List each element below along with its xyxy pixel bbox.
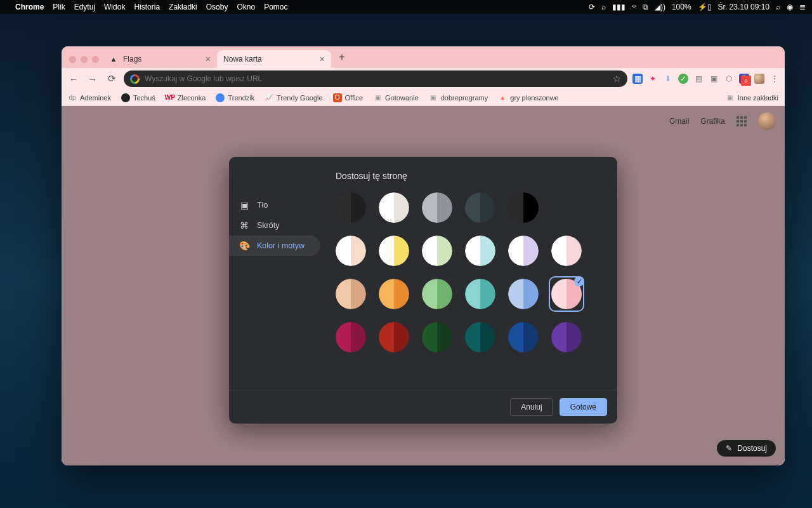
bookmark-item[interactable]: Techuś	[121, 93, 155, 102]
list-icon[interactable]: ≣	[799, 3, 806, 11]
done-button[interactable]: Gotowe	[560, 398, 607, 416]
ntp-viewport: Gmail Grafika ✎ Dostosuj ▣ Tło ⌘ Skróty	[62, 106, 785, 465]
new-tab-button[interactable]: +	[334, 49, 350, 65]
color-swatch[interactable]	[379, 322, 409, 352]
color-swatch[interactable]	[508, 192, 539, 223]
tab-strip: ▲ Flags × Nowa karta × +	[62, 46, 785, 68]
battery-charge-icon: ⚡▯	[698, 3, 712, 11]
color-swatch[interactable]	[508, 322, 539, 352]
color-swatch[interactable]	[508, 279, 539, 309]
ntp-links: Gmail Grafika	[669, 112, 776, 130]
menu-historia[interactable]: Historia	[134, 3, 160, 11]
palette-icon: 🎨	[239, 241, 249, 251]
google-icon	[130, 74, 140, 84]
pencil-icon: ✎	[726, 444, 732, 453]
menu-pomoc[interactable]: Pomoc	[264, 3, 287, 11]
color-swatch[interactable]	[422, 236, 452, 266]
color-swatch[interactable]	[465, 192, 495, 223]
color-swatch[interactable]	[379, 279, 409, 309]
color-swatch[interactable]	[379, 236, 409, 266]
datetime[interactable]: Śr. 23.10 09:10	[718, 3, 769, 11]
color-swatch[interactable]	[336, 236, 366, 266]
bookmark-item[interactable]: 📈Trendy Google	[265, 93, 322, 102]
ext-icon[interactable]: ✦	[648, 74, 658, 84]
color-swatch[interactable]	[465, 322, 495, 352]
bookmark-star-icon[interactable]: ☆	[613, 74, 621, 84]
color-swatch[interactable]: ✓	[551, 279, 582, 309]
chrome-menu-button[interactable]: ⋮	[769, 74, 780, 84]
color-swatch[interactable]	[336, 192, 366, 223]
gmail-link[interactable]: Gmail	[669, 117, 689, 126]
battery-icon[interactable]: ▮▮▮	[612, 3, 625, 11]
macos-menubar: Chrome Plik Edytuj Widok Historia Zakład…	[0, 0, 812, 14]
menu-okno[interactable]: Okno	[237, 3, 255, 11]
volume-icon[interactable]: ◢))	[655, 3, 665, 11]
color-swatch[interactable]	[379, 192, 409, 223]
bookmark-item[interactable]: ▣Gotowanie	[373, 93, 419, 102]
bookmark-item[interactable]: Trendzik	[216, 93, 254, 102]
ext-icon[interactable]: ▤	[693, 74, 704, 84]
color-swatch[interactable]	[551, 322, 582, 352]
app-name[interactable]: Chrome	[15, 3, 44, 11]
dialog-sidebar: ▣ Tło ⌘ Skróty 🎨 Kolor i motyw	[229, 157, 324, 390]
sync-icon[interactable]: ⟳	[589, 3, 595, 11]
bookmark-item[interactable]: OOffice	[333, 93, 363, 102]
ext-icon[interactable]: ▣	[709, 74, 719, 84]
menu-zakladki[interactable]: Zakładki	[169, 3, 197, 11]
address-input[interactable]	[145, 74, 608, 83]
forward-button[interactable]: →	[86, 72, 100, 86]
profile-avatar[interactable]	[754, 74, 764, 84]
battery-text: 100%	[672, 3, 691, 11]
tab-newtab[interactable]: Nowa karta ×	[217, 50, 331, 68]
sidebar-item-background[interactable]: ▣ Tło	[229, 195, 320, 215]
tab-label: Nowa karta	[223, 55, 262, 64]
close-icon[interactable]: ×	[206, 54, 211, 64]
ext-icon[interactable]: ⬇	[663, 74, 673, 84]
back-button[interactable]: ←	[67, 72, 81, 86]
account-avatar[interactable]	[758, 112, 776, 130]
color-swatch[interactable]	[336, 322, 366, 352]
customize-button[interactable]: ✎ Dostosuj	[717, 440, 776, 457]
color-swatch[interactable]	[465, 279, 495, 309]
color-swatch[interactable]	[551, 236, 582, 266]
ext-icon[interactable]: 🔒0	[739, 74, 749, 84]
chrome-window: ▲ Flags × Nowa karta × + ← → ⟳ ☆ ▦ ✦ ⬇ ✓…	[62, 46, 785, 465]
bookmark-item[interactable]: dpAdeminek	[68, 93, 111, 102]
dialog-title: Dostosuj tę stronę	[336, 171, 598, 181]
color-swatch[interactable]	[422, 279, 452, 309]
cancel-button[interactable]: Anuluj	[510, 398, 553, 416]
window-controls[interactable]	[67, 56, 103, 68]
check-icon: ✓	[574, 276, 584, 286]
tab-flags[interactable]: ▲ Flags ×	[103, 50, 217, 68]
dialog-footer: Anuluj Gotowe	[229, 390, 617, 424]
bluetooth-icon[interactable]: ⧉	[643, 3, 648, 11]
sidebar-item-color-theme[interactable]: 🎨 Kolor i motyw	[229, 236, 320, 256]
menu-plik[interactable]: Plik	[53, 3, 65, 11]
reload-button[interactable]: ⟳	[105, 72, 119, 86]
menu-edytuj[interactable]: Edytuj	[74, 3, 95, 11]
spotlight-icon[interactable]: ⌕	[776, 3, 780, 11]
grafika-link[interactable]: Grafika	[700, 117, 725, 126]
other-bookmarks[interactable]: ▣Inne zakładki	[726, 93, 778, 102]
apps-icon[interactable]	[737, 116, 747, 126]
sidebar-item-shortcuts[interactable]: ⌘ Skróty	[229, 215, 320, 236]
omnibox[interactable]: ☆	[124, 70, 627, 87]
menu-widok[interactable]: Widok	[104, 3, 125, 11]
close-icon[interactable]: ×	[320, 54, 325, 64]
color-swatch[interactable]	[508, 236, 539, 266]
tooltip-icon[interactable]: ⌕	[601, 3, 606, 11]
bookmark-item[interactable]: WPZleconka	[166, 93, 206, 102]
color-swatch[interactable]	[422, 322, 452, 352]
wifi-icon[interactable]: ⌔	[632, 3, 636, 11]
siri-icon[interactable]: ◉	[787, 3, 793, 11]
ext-icon[interactable]: ▦	[632, 74, 643, 84]
color-swatch[interactable]	[422, 192, 452, 223]
bookmark-item[interactable]: ▲gry planszonwe	[498, 93, 558, 102]
ext-icon[interactable]: ✓	[678, 74, 688, 84]
color-swatch[interactable]	[336, 279, 366, 309]
menu-osoby[interactable]: Osoby	[206, 3, 228, 11]
ext-icon[interactable]: ⬡	[724, 74, 734, 84]
bookmarks-bar: dpAdeminek Techuś WPZleconka Trendzik 📈T…	[62, 90, 785, 106]
bookmark-item[interactable]: ▣dobreprogramy	[429, 93, 488, 102]
color-swatch[interactable]	[465, 236, 495, 266]
